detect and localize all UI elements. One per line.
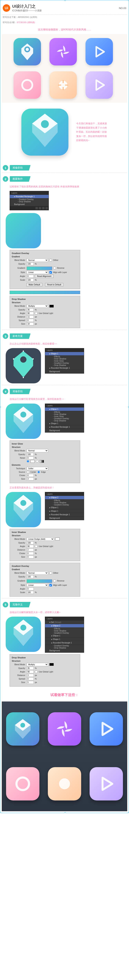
step-4-num: 4	[3, 389, 8, 394]
layers-trash-icon[interactable]	[46, 207, 48, 209]
layers-fx-icon[interactable]	[35, 207, 38, 209]
layers-panel[interactable]: Layers ▸ Rounded Rectangle 1 ◦ Gradient …	[10, 191, 49, 210]
grad-overlay-dialog-2[interactable]: Gradient Overlay Gradient Blend Mode:Nor…	[10, 563, 80, 597]
blend-select[interactable]: Normal	[27, 449, 48, 452]
opacity-input[interactable]	[27, 667, 34, 670]
opacity-input[interactable]	[27, 262, 34, 266]
step-4-title: 准备阶段	[10, 389, 30, 394]
drop-shadow-dialog-5[interactable]: Drop Shadow Structure Blend Mode:Multipl…	[10, 654, 80, 687]
sample-icon-3	[86, 38, 113, 65]
choke-input[interactable]	[27, 474, 34, 477]
color-swatch[interactable]	[49, 663, 54, 666]
size-input[interactable]	[27, 681, 34, 684]
size-input[interactable]	[27, 323, 34, 325]
svg-point-15	[21, 723, 25, 727]
layer-ellipse1[interactable]: ▸ Ellipse 1	[45, 407, 84, 411]
gradient-overlay-dialog[interactable]: Gradient Overlay Gradient Blend Mode:Nor…	[10, 250, 80, 289]
dither-check[interactable]	[49, 572, 52, 574]
opacity-input[interactable]	[27, 541, 34, 544]
angle-input[interactable]	[27, 670, 34, 673]
align-check[interactable]	[49, 271, 52, 274]
layer-rrect[interactable]: ▸ Rounded Rectangle 1	[10, 195, 49, 198]
spread-input[interactable]	[27, 319, 34, 322]
align-check[interactable]	[49, 584, 52, 586]
layer-shape1[interactable]: ▸ Shape 1	[45, 352, 84, 356]
distance-input[interactable]	[27, 674, 34, 677]
gradient-editor[interactable]	[10, 291, 80, 294]
drop-shadow-dialog[interactable]: Drop Shadow Structure Blend Mode:Multipl…	[10, 296, 80, 328]
reverse-check[interactable]	[53, 267, 56, 269]
layers-panel-4[interactable]: Layers ▸ Ellipse 1 ◦ Effects ◦ Inner Sha…	[45, 404, 84, 433]
reset-default-button[interactable]: Reset to Default	[45, 283, 64, 286]
step-1-title: 准备阶段	[10, 165, 30, 170]
layers-header: Layers	[10, 191, 49, 195]
logo-icon: Ui	[3, 4, 10, 12]
make-default-button[interactable]: Make Default	[27, 283, 42, 286]
scale-input[interactable]	[27, 591, 34, 594]
angle-input[interactable]	[27, 545, 34, 548]
gradient-picker[interactable]	[27, 579, 52, 583]
layers-mask-icon[interactable]	[39, 207, 41, 209]
noise-input[interactable]	[27, 457, 34, 460]
choke-input[interactable]	[27, 552, 34, 555]
style-select[interactable]: Linear	[27, 584, 48, 587]
dither-check[interactable]	[49, 259, 52, 261]
reverse-check[interactable]	[53, 579, 56, 582]
layers-new-icon[interactable]	[42, 207, 45, 209]
global-light-check[interactable]	[35, 545, 37, 547]
distance-input[interactable]	[27, 315, 34, 318]
angle-input[interactable]	[27, 312, 34, 315]
dialog-title: Drop Shadow	[12, 298, 78, 300]
scale-label: Scale:	[12, 279, 25, 281]
source-center-radio[interactable]	[27, 471, 29, 473]
layers-panel-3[interactable]: Layers ▸ Shape 1 ◦ Effects ◦ Inner Shado…	[45, 348, 84, 374]
reset-align-button[interactable]: Reset Alignment	[35, 275, 54, 278]
layer-bg[interactable]: Background	[10, 203, 49, 206]
size-input[interactable]	[27, 555, 34, 558]
layer-fx[interactable]: ◦ Gradient Overlay	[10, 198, 49, 200]
intro-text: 这次继续做微图标，这时时续代示清新风格……	[2, 25, 127, 34]
blend-select[interactable]: Multiply	[27, 304, 48, 308]
style-select[interactable]: Linear	[27, 270, 48, 274]
source-edge-radio[interactable]	[37, 471, 40, 473]
global-light-check[interactable]	[35, 670, 37, 673]
gradient-radio[interactable]	[36, 460, 38, 463]
opacity-input[interactable]	[27, 575, 34, 578]
technique-select[interactable]: Softer	[27, 467, 48, 470]
color-swatch[interactable]	[49, 305, 54, 307]
gradient-picker[interactable]	[27, 267, 52, 270]
sample-icon-1	[14, 38, 41, 65]
blend-select[interactable]: Multiply	[27, 663, 48, 666]
opacity-input[interactable]	[27, 308, 34, 311]
blend-select[interactable]: Linear Dodge (Add)	[27, 538, 54, 541]
svg-point-14	[21, 625, 26, 630]
scale-input[interactable]	[27, 278, 34, 282]
step-4b-preview	[6, 492, 41, 527]
layer-rrect[interactable]: ▸ Rounded Rectangle 1	[45, 366, 84, 370]
color-swatch[interactable]	[30, 460, 35, 463]
sample-icons	[2, 34, 127, 103]
layers-panel-4b[interactable]: Layers ▸ Ellipse 2 ◦ Effects ◦ Inner Sha…	[45, 492, 84, 520]
size-input[interactable]	[27, 477, 34, 480]
color-swatch[interactable]	[55, 538, 60, 540]
blend-select[interactable]: Normal	[27, 259, 48, 262]
gradient-swatch[interactable]	[40, 460, 44, 463]
opacity-label: Opacity:	[12, 263, 25, 265]
color-radio[interactable]	[27, 460, 29, 463]
spread-input[interactable]	[27, 678, 34, 680]
distance-input[interactable]	[27, 549, 34, 551]
angle-input[interactable]	[27, 587, 34, 590]
layer-fx[interactable]: ◦ Drop Shadow	[10, 200, 49, 203]
inner-shadow-dialog[interactable]: Inner Shadow Structure Blend Mode:Linear…	[10, 529, 80, 561]
step-5-desc: 连续运行分解到家随意大水一些，还得带入元素~	[2, 609, 127, 617]
inner-glow-dialog[interactable]: Inner Glow Structure Blend Mode:Normal O…	[10, 441, 80, 483]
global-light-check[interactable]	[35, 312, 37, 315]
angle-input[interactable]	[27, 275, 34, 278]
blend-select[interactable]: Normal	[27, 571, 48, 575]
layers-panel-5[interactable]: Layers ▾ Set (Group) ▸ Ellipse 2 ◦ Effec…	[45, 617, 84, 653]
layer-bg[interactable]: Background	[45, 370, 84, 373]
sample-icon-4	[14, 72, 41, 99]
svg-rect-2	[63, 80, 64, 83]
opacity-input[interactable]	[27, 453, 34, 456]
hero-icon	[21, 108, 68, 156]
